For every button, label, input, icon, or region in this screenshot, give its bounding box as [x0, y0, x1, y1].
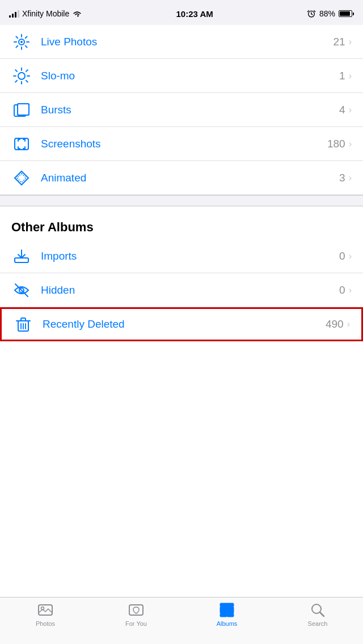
svg-line-12	[26, 45, 27, 47]
section-header: Other Albums	[0, 206, 363, 239]
hidden-icon	[11, 282, 32, 299]
photos-tab-icon	[37, 602, 53, 618]
status-bar: Xfinity Mobile 10:23 AM 88%	[0, 0, 363, 25]
chevron-icon: ›	[349, 285, 352, 295]
chevron-icon: ›	[347, 319, 350, 329]
svg-rect-37	[39, 605, 52, 615]
album-name: Live Photos	[41, 36, 334, 48]
svg-rect-28	[15, 258, 28, 262]
status-time: 10:23 AM	[176, 9, 213, 19]
svg-line-21	[26, 80, 28, 82]
album-count: 0	[339, 284, 345, 296]
chevron-icon: ›	[349, 139, 352, 149]
list-item[interactable]: Slo-mo 1 ›	[0, 59, 363, 93]
wifi-icon	[72, 10, 82, 18]
svg-rect-40	[220, 607, 227, 613]
chevron-icon: ›	[349, 105, 352, 115]
media-type-albums-section: Live Photos 21 › Slo-mo	[0, 25, 363, 195]
svg-line-4	[314, 11, 315, 12]
album-name: Hidden	[41, 284, 339, 296]
status-left: Xfinity Mobile	[9, 9, 82, 18]
album-name: Animated	[41, 172, 339, 184]
list-item[interactable]: Hidden 0 ›	[0, 273, 363, 307]
album-name: Imports	[41, 250, 339, 262]
albums-tab-label: Albums	[217, 620, 238, 627]
alarm-icon	[307, 9, 316, 18]
svg-rect-42	[220, 613, 227, 617]
battery-icon	[339, 10, 354, 17]
search-tab-icon	[310, 602, 326, 618]
svg-rect-41	[227, 607, 234, 613]
for-you-tab-label: For You	[125, 620, 147, 627]
svg-line-31	[15, 284, 28, 296]
album-count: 1	[339, 70, 345, 82]
svg-point-6	[20, 41, 23, 43]
tab-for-you[interactable]: For You	[91, 602, 182, 627]
svg-line-2	[311, 14, 313, 15]
album-count: 4	[339, 104, 345, 116]
status-right: 88%	[307, 9, 354, 18]
chevron-icon: ›	[349, 37, 352, 47]
svg-line-20	[15, 70, 17, 71]
album-name: Screenshots	[41, 138, 327, 150]
bursts-icon	[11, 101, 32, 118]
signal-icon	[9, 10, 19, 18]
list-item[interactable]: Imports 0 ›	[0, 239, 363, 273]
list-item[interactable]: Animated 3 ›	[0, 161, 363, 195]
svg-rect-43	[227, 613, 234, 617]
svg-line-11	[16, 36, 18, 38]
animated-icon	[11, 170, 32, 187]
album-name: Slo-mo	[41, 70, 339, 82]
tab-photos[interactable]: Photos	[0, 602, 91, 627]
svg-line-46	[320, 612, 324, 616]
search-tab-label: Search	[308, 620, 328, 627]
other-albums-section: Other Albums Imports 0 ›	[0, 206, 363, 341]
album-name: Recently Deleted	[43, 318, 326, 331]
svg-line-23	[15, 80, 17, 82]
tab-bar: Photos For You Albums	[0, 597, 363, 644]
svg-line-13	[26, 36, 27, 38]
svg-rect-27	[15, 138, 28, 150]
album-name: Bursts	[41, 104, 339, 116]
imports-icon	[11, 248, 32, 265]
section-title: Other Albums	[11, 220, 94, 234]
svg-line-3	[307, 11, 309, 12]
for-you-tab-icon	[128, 602, 144, 618]
album-count: 0	[339, 250, 345, 262]
svg-rect-25	[18, 104, 29, 115]
album-count: 490	[326, 318, 344, 331]
list-item[interactable]: Screenshots 180 ›	[0, 127, 363, 161]
albums-tab-icon	[219, 602, 235, 618]
live-photos-icon	[11, 33, 32, 50]
album-count: 3	[339, 172, 345, 184]
svg-line-22	[26, 70, 28, 71]
battery-percentage: 88%	[319, 9, 335, 18]
album-count: 21	[334, 36, 345, 48]
chevron-icon: ›	[349, 71, 352, 81]
slo-mo-icon	[11, 67, 32, 84]
list-item[interactable]: Live Photos 21 ›	[0, 25, 363, 59]
carrier-name: Xfinity Mobile	[22, 9, 69, 18]
list-item[interactable]: Bursts 4 ›	[0, 93, 363, 127]
svg-line-14	[16, 45, 18, 47]
tab-albums[interactable]: Albums	[182, 602, 272, 627]
photos-tab-label: Photos	[36, 620, 55, 627]
svg-rect-44	[220, 603, 234, 607]
recently-deleted-item[interactable]: Recently Deleted 490 ›	[0, 307, 363, 341]
chevron-icon: ›	[349, 173, 352, 183]
svg-point-15	[18, 73, 25, 79]
trash-icon	[13, 316, 33, 333]
album-count: 180	[327, 138, 345, 150]
tab-search[interactable]: Search	[272, 602, 363, 627]
screenshots-icon	[11, 135, 32, 152]
chevron-icon: ›	[349, 251, 352, 261]
album-content: Live Photos 21 › Slo-mo	[0, 25, 363, 597]
section-divider	[0, 195, 363, 206]
